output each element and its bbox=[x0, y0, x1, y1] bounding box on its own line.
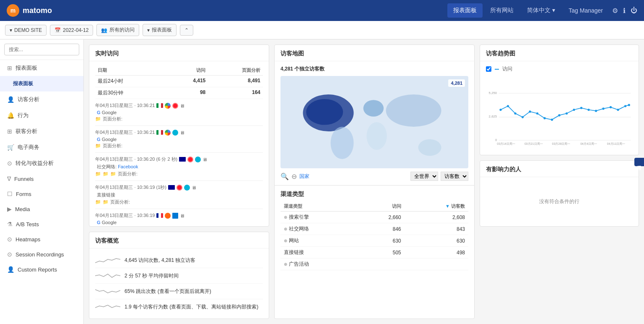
nav-language[interactable]: 简体中文 ▾ bbox=[521, 3, 561, 18]
collapse-button[interactable]: ⌃ bbox=[180, 25, 193, 36]
page-count: 164 bbox=[208, 87, 263, 99]
realtime-widget: 实时访问 日期 访问 页面分析 最后24小时 4,415 bbox=[89, 44, 269, 227]
page-count: 8,491 bbox=[208, 76, 263, 87]
report-selector[interactable]: ▾ 报表面板 bbox=[143, 24, 177, 36]
social-visits: 846 bbox=[358, 223, 404, 235]
map-overlay-count: 4,281 bbox=[448, 79, 465, 87]
media-icon: ▶ bbox=[7, 206, 12, 212]
site-selector[interactable]: ▾ DEMO SITE bbox=[5, 25, 47, 36]
info-icon[interactable]: ℹ bbox=[623, 7, 626, 15]
visit-source: G Google bbox=[95, 110, 263, 115]
channel-row-social: ⊕社交网络 846 843 bbox=[280, 223, 468, 235]
sidebar-item-custom-reports[interactable]: 👤 Custom Reports bbox=[0, 262, 83, 277]
sidebar-item-media[interactable]: ▶ Media bbox=[0, 201, 83, 217]
region-select[interactable]: 全世界 bbox=[410, 172, 438, 181]
logo[interactable]: m matomo bbox=[7, 4, 52, 17]
facebook-link[interactable]: Facebook bbox=[118, 164, 138, 169]
logout-icon[interactable]: ⏻ bbox=[631, 7, 637, 14]
folder-icon: 📁 bbox=[95, 116, 101, 122]
sidebar-item-visitors[interactable]: 👤 访客分析 bbox=[0, 91, 83, 107]
sidebar-visitors-label: 访客分析 bbox=[18, 96, 39, 103]
nav-tag-manager[interactable]: Tag Manager bbox=[563, 4, 609, 17]
col-visits: 访问 bbox=[358, 201, 404, 212]
expand-search-btn[interactable]: ⊕ bbox=[284, 215, 287, 219]
svg-point-20 bbox=[602, 107, 604, 110]
secondary-bar: ▾ DEMO SITE 📅 2022-04-12 👥 所有的访问 ▾ 报表面板 … bbox=[0, 21, 644, 39]
nav-all-sites[interactable]: 所有网站 bbox=[484, 3, 519, 18]
user-manager-tab[interactable]: 用户管理 bbox=[634, 158, 644, 166]
svg-point-8 bbox=[514, 112, 516, 115]
svg-point-31 bbox=[331, 127, 354, 159]
zoom-in-icon[interactable]: 🔍 bbox=[280, 172, 289, 180]
svg-point-22 bbox=[617, 109, 619, 111]
expand-ads-btn[interactable]: ⊕ bbox=[284, 262, 287, 267]
settings-icon[interactable]: ⚙ bbox=[612, 7, 618, 15]
filter-icon[interactable]: ▼ bbox=[445, 204, 450, 209]
website-visitors: 630 bbox=[405, 235, 468, 247]
nav-dashboard[interactable]: 报表面板 bbox=[447, 3, 483, 18]
bounce-overview-text: 65% 跳出次数 (查看一个页面后就离开) bbox=[125, 288, 263, 295]
ads-visitors bbox=[405, 259, 468, 270]
visitor-map-widget: 访客地图 4,281 个独立访客数 bbox=[274, 44, 475, 319]
sidebar-item-conversion[interactable]: ⊙ 转化与收益分析 bbox=[0, 155, 83, 171]
expand-website-btn[interactable]: ⊕ bbox=[284, 238, 287, 243]
date-label: 2022-04-12 bbox=[63, 27, 88, 33]
sidebar-item-acquisition[interactable]: ⊞ 获客分析 bbox=[0, 123, 83, 139]
website-visits: 630 bbox=[358, 235, 404, 247]
heatmaps-icon: ⊙ bbox=[7, 236, 12, 243]
search-input[interactable] bbox=[4, 44, 79, 55]
sidebar-item-funnels[interactable]: ∇ Funnels bbox=[0, 171, 83, 186]
sidebar-item-dashboard-sub[interactable]: 报表面板 bbox=[0, 76, 83, 91]
funnels-icon: ∇ bbox=[7, 175, 11, 182]
sidebar-media-label: Media bbox=[15, 206, 30, 212]
country-filter-label[interactable]: 国家 bbox=[299, 173, 309, 180]
visit-source: G Google bbox=[95, 137, 263, 142]
metric-select[interactable]: 访客数 bbox=[441, 172, 468, 181]
sidebar-item-forms[interactable]: ☐ Forms bbox=[0, 186, 83, 201]
browser-chrome-icon bbox=[165, 103, 171, 109]
svg-text:2,625: 2,625 bbox=[489, 115, 497, 118]
segment-selector[interactable]: 👥 所有的访问 bbox=[96, 24, 139, 36]
channel-types-section: 渠道类型 渠道类型 访问 ▼ 访客数 bbox=[275, 185, 474, 274]
session-icon: ⊙ bbox=[7, 251, 12, 258]
flag-australia2 bbox=[168, 185, 175, 190]
col-channel-type: 渠道类型 bbox=[280, 201, 358, 212]
sidebar-item-behavior[interactable]: 🔔 行为 bbox=[0, 107, 83, 123]
google-icon: G bbox=[97, 110, 101, 115]
sidebar-funnels-label: Funnels bbox=[14, 176, 34, 182]
realtime-body: 日期 访问 页面分析 最后24小时 4,415 8,491 最后30分钟 bbox=[89, 61, 269, 227]
legend-checkbox[interactable] bbox=[486, 66, 491, 72]
visitor-map-title: 访客地图 bbox=[275, 45, 474, 61]
svg-point-9 bbox=[522, 116, 524, 118]
sparkline-actions bbox=[95, 302, 120, 312]
table-row: 最后24小时 4,415 8,491 bbox=[95, 76, 263, 87]
sidebar-search-container bbox=[0, 39, 83, 60]
direct-visits: 505 bbox=[358, 247, 404, 259]
social-visitors: 843 bbox=[405, 223, 468, 235]
sidebar-item-heatmaps[interactable]: ⊙ Heatmaps bbox=[0, 232, 83, 247]
duration-overview-text: 2 分 57 秒 平均停留时间 bbox=[125, 272, 263, 280]
sidebar-item-dashboard-parent[interactable]: ⊞ 报表面板 bbox=[0, 60, 83, 76]
behavior-icon: 🔔 bbox=[7, 112, 14, 119]
main-content: 实时访问 日期 访问 页面分析 最后24小时 4,415 bbox=[84, 39, 644, 324]
svg-point-35 bbox=[418, 139, 441, 156]
forms-icon: ☐ bbox=[7, 191, 13, 197]
realtime-summary-table: 日期 访问 页面分析 最后24小时 4,415 8,491 最后30分钟 bbox=[95, 65, 263, 99]
browser-opera3-icon bbox=[177, 185, 182, 191]
zoom-out-icon[interactable]: ⊖ bbox=[291, 172, 297, 180]
visitor-overview-widget: 访客概览 4,645 访问次数, 4,281 独立访客 2 分 57 秒 平均停… bbox=[89, 232, 269, 319]
date-picker[interactable]: 📅 2022-04-12 bbox=[50, 25, 93, 36]
sidebar-item-session-recordings[interactable]: ⊙ Session Recordings bbox=[0, 247, 83, 262]
svg-point-19 bbox=[595, 110, 597, 112]
sidebar-item-ecommerce[interactable]: 🛒 电子商务 bbox=[0, 139, 83, 155]
sidebar-custom-reports-label: Custom Reports bbox=[18, 267, 57, 273]
visit-count: 4,415 bbox=[167, 76, 208, 87]
expand-social-btn[interactable]: ⊕ bbox=[284, 227, 287, 231]
svg-text:03月14日周一: 03月14日周一 bbox=[497, 142, 515, 145]
top-nav-icons: ⚙ ℹ ⏻ bbox=[612, 7, 637, 15]
sidebar-abtests-label: A/B Tests bbox=[16, 221, 39, 227]
legend-label: 访问 bbox=[502, 65, 512, 73]
site-selector-arrow: ▾ bbox=[10, 27, 12, 33]
sidebar-sub-label: 报表面板 bbox=[13, 80, 33, 87]
sidebar-item-abtests[interactable]: ⚗ A/B Tests bbox=[0, 217, 83, 232]
